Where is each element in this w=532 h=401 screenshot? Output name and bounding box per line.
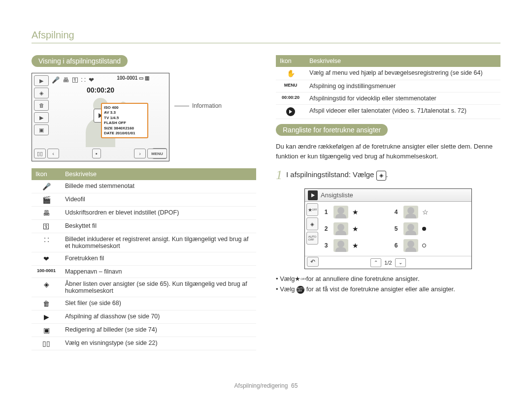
step-text: I afspilningstilstand: Vælge — [286, 170, 374, 179]
row-desc: Videofil — [61, 193, 256, 207]
next-icon: › — [134, 149, 146, 158]
playback-badge-icon — [308, 190, 318, 200]
face-thumbnail — [333, 222, 348, 235]
face-list-item: 2★ — [323, 220, 393, 237]
favorite-file-icon: ❤ — [32, 252, 61, 266]
table-row: ✋ Vælg af menu ved hjælp af bevægelsesre… — [276, 67, 500, 80]
face-list-icon: ◈ — [32, 278, 61, 297]
face-thumbnail — [403, 206, 418, 218]
print-status-icon: 🖶 — [63, 76, 69, 84]
delete-files-icon: 🗑 — [32, 297, 61, 310]
playback-time: 00:00:20 — [32, 86, 169, 94]
print-order-icon: 🖶 — [32, 207, 61, 220]
face-list-item: 1★ — [323, 204, 393, 220]
page-up-icon: ⌃ — [370, 258, 381, 267]
info-callout: Information — [174, 102, 222, 109]
row-desc: Afspil videoer eller talenotater (video … — [305, 105, 500, 119]
step-number: 1 — [276, 168, 282, 183]
camera-preview: ▶ ◈ 🗑 ▶ ▣ 🎤 🖶 ⚿ ⸬ ❤ 100-0001 ▭ ▥ 00:00:2… — [32, 73, 169, 161]
play-video-icon — [276, 105, 305, 119]
row-desc: Slet filer (se side 68) — [61, 297, 256, 310]
face-thumbnail — [333, 206, 348, 218]
table-row: MENU Afspilning og indstillingsmenuer — [276, 80, 500, 93]
page-footer: Afspilning/redigering 65 — [0, 382, 532, 389]
row-desc: Beskyttet fil — [61, 220, 256, 233]
auto-off-icon: AUTOOFF — [297, 286, 304, 294]
playback-mode-icon: ▶ — [34, 75, 49, 86]
video-file-icon: 🎬 — [32, 193, 61, 207]
exif-info-box: ISO 400 AV 3.3 TV 1/4.5 FLASH OFF SIZE 3… — [101, 103, 148, 138]
row-desc: Billedet inkluderer et registreret ansig… — [61, 233, 256, 252]
edit-shortcut-icon: ▣ — [34, 124, 49, 135]
table-row: 100-0001 Mappenavn – filnavn — [32, 266, 256, 278]
hint-list: Vælg ★OFF for at annullere dine foretruk… — [276, 274, 500, 295]
row-desc: Vælg af menu ved hjælp af bevægelsesregi… — [305, 67, 500, 80]
table-row: ❤ Foretrukken fil — [32, 252, 256, 266]
left-column: Visning i afspilningstilstand ▶ ◈ 🗑 ▶ ▣ … — [32, 55, 256, 355]
delete-icon: 🗑 — [34, 100, 49, 111]
face-status-icon: ⸬ — [81, 76, 86, 84]
auto-off-button: AUTOOFF — [306, 232, 318, 245]
face-filter-button: ◈ — [306, 217, 318, 230]
row-desc: Afspilning og indstillingsmenuer — [305, 80, 500, 93]
face-list-item: 5 — [393, 220, 463, 237]
favorite-star-icon: ★ — [352, 225, 359, 233]
hint-item: Vælg ★OFF for at annullere dine foretruk… — [276, 274, 500, 284]
section-title-left: Visning i afspilningstilstand — [32, 55, 128, 67]
folder-filename: 100-0001 ▭ ▥ — [117, 75, 149, 81]
panel-title: Ansigtsliste — [321, 191, 353, 199]
motion-menu-icon: ✋ — [276, 67, 305, 80]
table-row: ▯▯ Vælg en visningstype (se side 22) — [32, 337, 256, 350]
section-body: Du kan ændre rækkefølgen af de foretrukn… — [276, 142, 500, 161]
voice-memo-icon: 🎤 — [32, 180, 61, 193]
face-thumbnail — [333, 239, 348, 252]
page-down-icon: ⌄ — [395, 258, 406, 267]
table-row: 🎬 Videofil — [32, 193, 256, 207]
thumbnail-icon: ▪ — [92, 149, 101, 158]
row-desc: Åbner listen over ansigter (se side 65).… — [61, 278, 256, 297]
table-row: 00:00:20 Afspilningstid for videoklip el… — [276, 93, 500, 105]
face-list-item: 3★ — [323, 237, 393, 254]
row-desc: Afspilningstid for videoklip eller stemm… — [305, 93, 500, 105]
lock-status-icon: ⚿ — [72, 76, 78, 84]
menu-button: MENU — [147, 149, 167, 158]
playback-time-icon: 00:00:20 — [276, 93, 305, 105]
table-row: ⚿ Beskyttet fil — [32, 220, 256, 233]
table-row: ⸬ Billedet inkluderer et registreret ans… — [32, 233, 256, 252]
row-desc: Udskriftsordren er blevet indstillet (DP… — [61, 207, 256, 220]
icon-description-table-right: Ikon Beskrivelse ✋ Vælg af menu ved hjæl… — [276, 55, 500, 119]
hint-item: Vælg AUTOOFF for at få vist de foretrukn… — [276, 284, 500, 295]
face-list-item: 6 — [393, 237, 463, 254]
face-thumbnail — [403, 239, 418, 252]
prev-icon: ‹ — [47, 149, 59, 158]
table-row: 🖶 Udskriftsordren er blevet indstillet (… — [32, 207, 256, 220]
star-off-button: ★OFF — [306, 203, 318, 216]
fav-status-icon: ❤ — [89, 76, 94, 84]
row-desc: Vælg en visningstype (se side 22) — [61, 337, 256, 350]
edit-images-icon: ▣ — [32, 324, 61, 337]
star-off-icon: ★OFF — [297, 276, 304, 283]
display-type-shortcut-icon: ▯▯ — [34, 149, 46, 158]
row-desc: Foretrukken fil — [61, 252, 256, 266]
menu-label-icon: MENU — [276, 80, 305, 93]
marker-dot-icon — [422, 227, 426, 231]
right-column: Ikon Beskrivelse ✋ Vælg af menu ved hjæl… — [276, 55, 500, 355]
table-header-desc: Beskrivelse — [305, 55, 500, 67]
icon-description-table-left: Ikon Beskrivelse 🎤 Billede med stemmenot… — [32, 168, 256, 350]
row-desc: Afspilning af diasshow (se side 70) — [61, 310, 256, 324]
table-row: ▣ Redigering af billeder (se side 74) — [32, 324, 256, 337]
table-header-desc: Beskrivelse — [61, 168, 256, 180]
face-list-select-icon: ◈ — [376, 171, 386, 181]
face-list-item: 4☆ — [393, 204, 463, 220]
table-row: 🗑 Slet filer (se side 68) — [32, 297, 256, 310]
slideshow-icon: ▶ — [32, 310, 61, 324]
favorite-star-outline-icon: ☆ — [422, 208, 429, 216]
face-registered-icon: ⸬ — [32, 233, 61, 252]
voice-status-icon: 🎤 — [52, 76, 60, 84]
table-row: 🎤 Billede med stemmenotat — [32, 180, 256, 193]
section-title-right: Rangliste for foretrukne ansigter — [276, 124, 388, 136]
favorite-star-icon: ★ — [352, 208, 359, 216]
face-thumbnail — [403, 222, 418, 235]
slideshow-shortcut-icon: ▶ — [34, 112, 49, 123]
page-indicator: 1/2 — [384, 260, 392, 266]
